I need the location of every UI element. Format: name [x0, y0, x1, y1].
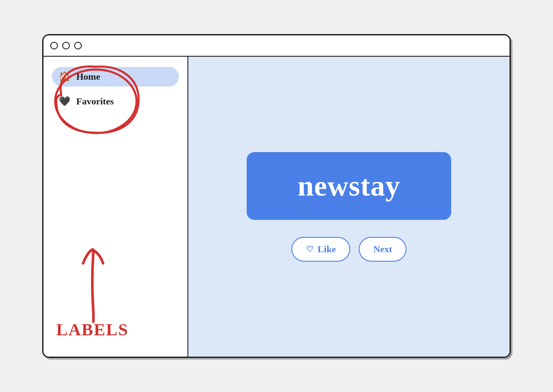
traffic-light-minimize[interactable] — [62, 42, 70, 49]
sidebar: 🏠 Home 🖤 Favorites — [43, 57, 188, 357]
action-buttons: ♡ Like Next — [291, 237, 407, 262]
like-heart-icon: ♡ — [306, 244, 314, 254]
brand-name: newstay — [297, 170, 400, 202]
traffic-light-maximize[interactable] — [74, 42, 82, 49]
sidebar-item-home[interactable]: 🏠 Home — [52, 67, 179, 86]
home-label: Home — [76, 71, 100, 82]
next-button-label: Next — [373, 244, 392, 255]
brand-box: newstay — [247, 152, 451, 220]
sidebar-item-favorites[interactable]: 🖤 Favorites — [52, 92, 179, 111]
favorites-label: Favorites — [76, 96, 114, 107]
title-bar — [43, 35, 510, 57]
labels-arrow-icon — [75, 243, 109, 328]
like-button-label: Like — [318, 244, 336, 255]
like-button[interactable]: ♡ Like — [291, 237, 351, 262]
labels-annotation: LABELS — [56, 243, 129, 340]
browser-body: 🏠 Home 🖤 Favorites — [43, 57, 510, 357]
traffic-light-close[interactable] — [50, 42, 58, 49]
labels-annotation-text: LABELS — [56, 320, 129, 340]
home-icon: 🏠 — [59, 71, 70, 82]
next-button[interactable]: Next — [359, 237, 406, 262]
browser-window: 🏠 Home 🖤 Favorites — [42, 34, 511, 358]
favorites-icon: 🖤 — [59, 96, 70, 107]
main-content: newstay ♡ Like Next — [188, 57, 510, 357]
